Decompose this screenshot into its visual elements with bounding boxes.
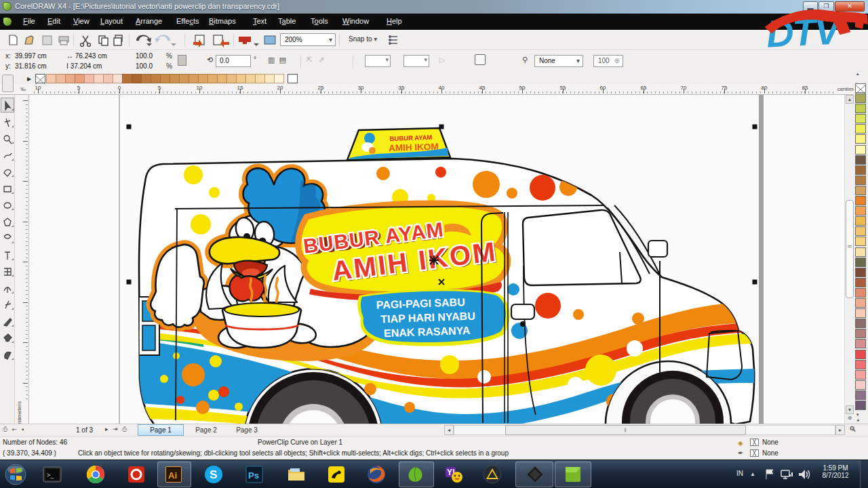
svg-text:Ps: Ps [248, 470, 259, 481]
svg-text:BUBUR AYAM: BUBUR AYAM [389, 134, 432, 142]
svg-text:AMIH IKOM: AMIH IKOM [389, 142, 439, 154]
svg-text:>_: >_ [47, 472, 54, 479]
svg-text:Ai: Ai [168, 470, 177, 481]
svg-text:S: S [210, 468, 217, 481]
